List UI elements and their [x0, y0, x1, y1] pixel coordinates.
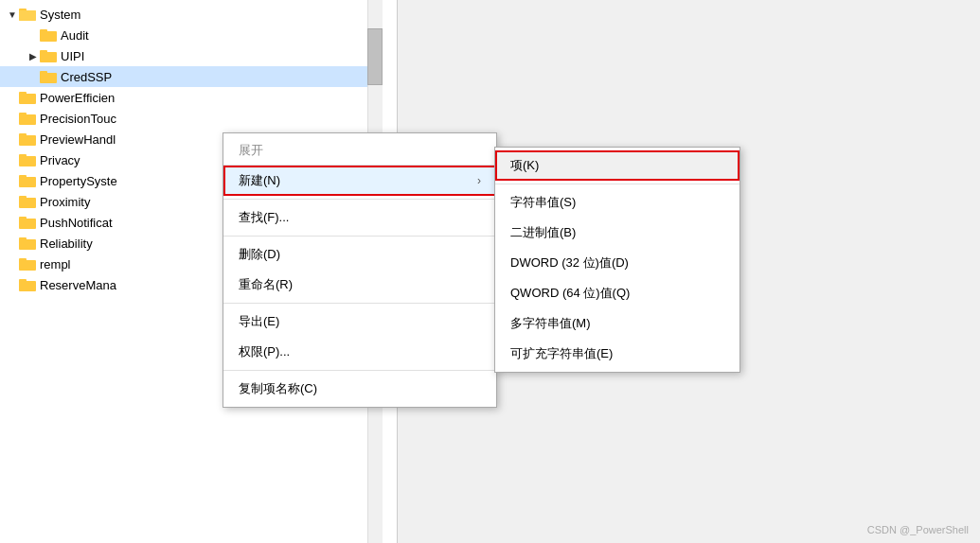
tree-item-precisiontouch[interactable]: ▶ PrecisionTouc — [0, 108, 383, 129]
svg-rect-12 — [19, 113, 27, 116]
folder-icon-audit — [40, 27, 57, 43]
folder-icon-reservemana — [19, 277, 36, 292]
tree-item-reliability-label: Reliability — [40, 236, 93, 251]
tree-item-previewhandl-label: PreviewHandl — [40, 132, 116, 147]
svg-rect-18 — [19, 175, 27, 179]
menu-separator-1 — [223, 199, 496, 200]
submenu-key-label: 项(K) — [510, 158, 539, 172]
folder-icon-proximity — [19, 194, 36, 209]
context-menu-item-delete[interactable]: 删除(D) — [223, 239, 496, 270]
folder-icon-reliability — [19, 236, 36, 251]
menu-separator-2 — [223, 236, 496, 236]
context-menu-item-export[interactable]: 导出(E) — [223, 307, 496, 337]
folder-icon-pushnotificat — [19, 215, 36, 230]
tree-item-audit-label: Audit — [61, 28, 89, 43]
tree-item-credssp[interactable]: ▶ CredSSP — [0, 66, 383, 87]
svg-rect-26 — [19, 258, 27, 262]
svg-rect-16 — [19, 154, 27, 158]
tree-item-credssp-label: CredSSP — [61, 70, 112, 84]
svg-rect-14 — [19, 133, 27, 137]
tree-item-precisiontouch-label: PrecisionTouc — [40, 112, 116, 126]
submenu-item-binary[interactable]: 二进制值(B) — [495, 218, 739, 248]
svg-rect-22 — [19, 217, 27, 220]
folder-icon-privacy — [19, 152, 36, 167]
context-menu-header: 展开 — [223, 136, 496, 166]
svg-rect-2 — [19, 10, 36, 21]
submenu-expandstring-label: 可扩充字符串值(E) — [510, 346, 613, 360]
tree-item-privacy-label: Privacy — [40, 153, 80, 167]
submenu-multistring-label: 多字符串值(M) — [510, 316, 591, 330]
svg-rect-4 — [40, 29, 47, 33]
context-menu-permissions-label: 权限(P)... — [239, 343, 290, 360]
submenu-item-qword[interactable]: QWORD (64 位)值(Q) — [495, 278, 739, 308]
tree-item-uipi-label: UIPI — [61, 49, 84, 63]
menu-separator-3 — [223, 303, 496, 304]
submenu-arrow-icon: › — [477, 174, 481, 187]
watermark: CSDN @_PowerShell — [867, 524, 969, 535]
submenu-string-label: 字符串值(S) — [510, 195, 576, 209]
submenu-item-multistring[interactable]: 多字符串值(M) — [495, 308, 739, 339]
folder-icon-powerefficient — [19, 90, 36, 105]
context-menu-item-new[interactable]: 新建(N) › — [223, 166, 496, 196]
submenu-item-expandstring[interactable]: 可扩充字符串值(E) — [495, 339, 739, 369]
tree-item-proximity-label: Proximity — [40, 195, 90, 209]
folder-icon-uipi — [40, 48, 57, 63]
svg-rect-8 — [40, 71, 47, 75]
menu-separator-4 — [223, 370, 496, 371]
context-menu-item-permissions[interactable]: 权限(P)... — [223, 337, 496, 367]
tree-item-propertysystem-label: PropertySyste — [40, 174, 117, 188]
folder-icon-system — [19, 7, 36, 22]
tree-item-reservemana-label: ReserveMana — [40, 278, 116, 292]
context-menu-delete-label: 删除(D) — [239, 246, 280, 263]
svg-rect-28 — [19, 279, 27, 283]
submenu-item-dword[interactable]: DWORD (32 位)值(D) — [495, 248, 739, 278]
folder-icon-precisiontouch — [19, 111, 36, 126]
expand-arrow-system: ▼ — [6, 8, 19, 21]
scrollbar-thumb[interactable] — [367, 28, 383, 85]
context-menu-export-label: 导出(E) — [239, 313, 279, 330]
tree-item-system-label: System — [40, 8, 80, 22]
folder-icon-previewhandl — [19, 131, 36, 147]
context-menu-rename-label: 重命名(R) — [239, 276, 293, 293]
submenu-item-string[interactable]: 字符串值(S) — [495, 187, 739, 218]
svg-rect-24 — [19, 237, 27, 241]
tree-item-pushnotificat-label: PushNotificat — [40, 216, 113, 230]
submenu-separator-1 — [495, 184, 739, 184]
tree-item-rempl-label: rempl — [40, 257, 71, 272]
context-menu-item-copyname[interactable]: 复制项名称(C) — [223, 374, 496, 404]
svg-rect-20 — [19, 196, 27, 200]
tree-item-audit[interactable]: ▶ Audit — [0, 25, 383, 45]
tree-item-uipi[interactable]: ▶ UIPI — [0, 45, 383, 66]
tree-item-system[interactable]: ▼ System — [0, 4, 383, 25]
tree-item-powerefficient-label: PowerEfficien — [40, 91, 115, 105]
submenu-binary-label: 二进制值(B) — [510, 225, 576, 239]
svg-rect-10 — [19, 92, 27, 96]
folder-icon-rempl — [19, 256, 36, 272]
submenu-item-key[interactable]: 项(K) — [495, 150, 739, 181]
context-menu-new-label: 新建(N) — [239, 172, 280, 189]
folder-icon-credssp — [40, 69, 57, 84]
submenu-dword-label: DWORD (32 位)值(D) — [510, 255, 629, 270]
submenu: 项(K) 字符串值(S) 二进制值(B) DWORD (32 位)值(D) QW… — [494, 147, 740, 373]
tree-item-powerefficient[interactable]: ▶ PowerEfficien — [0, 87, 383, 108]
context-menu-copyname-label: 复制项名称(C) — [239, 380, 317, 397]
expand-arrow-uipi: ▶ — [27, 49, 40, 62]
context-menu-find-label: 查找(F)... — [239, 209, 289, 226]
context-menu-item-find[interactable]: 查找(F)... — [223, 202, 496, 233]
context-menu-item-rename[interactable]: 重命名(R) — [223, 270, 496, 300]
submenu-qword-label: QWORD (64 位)值(Q) — [510, 286, 630, 300]
folder-icon-propertysystem — [19, 173, 36, 188]
context-menu: 展开 新建(N) › 查找(F)... 删除(D) 重命名(R) 导出(E) 权… — [223, 132, 497, 408]
svg-rect-6 — [40, 50, 47, 54]
